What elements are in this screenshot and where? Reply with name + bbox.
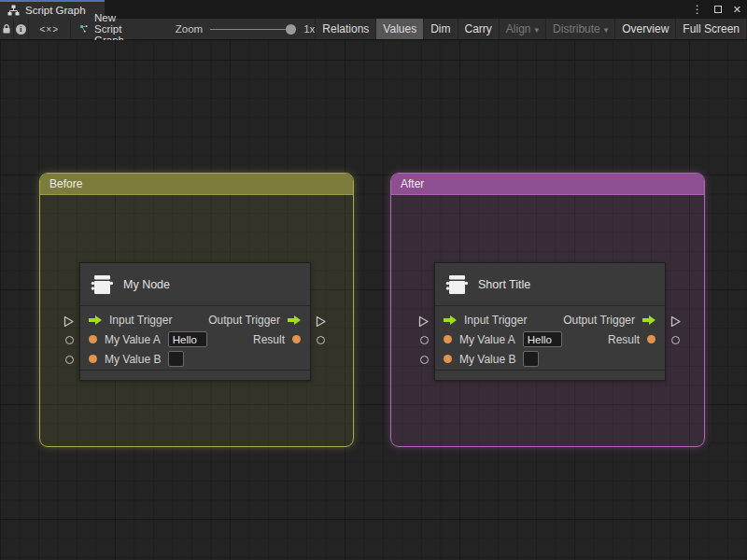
outer-flow-out-port[interactable]	[670, 315, 682, 328]
graph-canvas[interactable]: Before After My Node	[0, 40, 747, 560]
code-view-button[interactable]: <×>	[29, 19, 71, 39]
graph-hierarchy-icon	[7, 5, 20, 16]
relations-button[interactable]: Relations	[316, 19, 376, 39]
zoom-value: 1x	[303, 23, 315, 35]
node-title: Short Title	[478, 278, 530, 291]
outer-flow-out-port[interactable]	[316, 315, 327, 328]
group-before-header[interactable]: Before	[40, 174, 353, 195]
node-title: My Node	[123, 278, 170, 291]
value-b-input[interactable]	[523, 351, 539, 367]
zoom-slider-handle[interactable]	[286, 24, 296, 35]
distribute-dropdown[interactable]: Distribute ▾	[546, 19, 615, 39]
group-label: After	[401, 177, 424, 190]
window-controls: ⋮ ✕	[692, 0, 741, 19]
result-port-icon[interactable]	[647, 335, 655, 343]
value-a-port-icon[interactable]	[444, 335, 452, 343]
node-ports: Input Trigger Output Trigger My Value A	[80, 306, 310, 370]
port-label: Input Trigger	[464, 314, 527, 327]
tab-title: Script Graph	[25, 5, 86, 16]
result-port-icon[interactable]	[292, 335, 301, 343]
outer-value-a-port[interactable]	[65, 336, 74, 344]
close-icon[interactable]: ✕	[733, 5, 741, 15]
lock-icon	[2, 23, 11, 35]
value-a-port-icon[interactable]	[89, 335, 97, 343]
value-a-input[interactable]	[523, 331, 562, 347]
script-graph-window: Script Graph ⋮ ✕ i <×>	[0, 0, 747, 560]
node-short-title[interactable]: Short Title Input Trigger Output Trigger	[434, 262, 666, 381]
flow-out-port-icon[interactable]	[642, 315, 655, 325]
port-label: Result	[608, 333, 640, 346]
maximize-icon[interactable]	[714, 6, 722, 13]
flow-out-port-icon[interactable]	[288, 315, 301, 325]
values-button[interactable]: Values	[376, 19, 424, 39]
node-header[interactable]: My Node	[80, 263, 310, 306]
node-header[interactable]: Short Title	[435, 263, 665, 306]
zoom-control: Zoom 1x	[151, 19, 316, 39]
outer-flow-in-port[interactable]	[418, 315, 430, 328]
port-label: My Value B	[459, 353, 515, 366]
unit-icon	[444, 273, 469, 297]
node-footer	[80, 370, 310, 380]
port-label: My Value A	[459, 333, 515, 346]
port-label: Output Trigger	[208, 314, 280, 327]
chevron-down-icon: ▾	[604, 25, 609, 35]
code-icon: <×>	[39, 24, 59, 35]
graph-title-area: New Script Graph	[71, 19, 151, 39]
tab-script-graph[interactable]: Script Graph	[0, 0, 105, 19]
outer-value-b-port[interactable]	[65, 356, 74, 364]
group-after-header[interactable]: After	[391, 174, 704, 195]
outer-result-port[interactable]	[671, 336, 680, 344]
view-buttons: Relations Values Dim Carry Align ▾ Distr…	[315, 19, 747, 39]
group-label: Before	[49, 177, 82, 190]
port-label: My Value B	[105, 353, 161, 366]
zoom-label: Zoom	[176, 23, 203, 35]
flow-in-port-icon[interactable]	[444, 315, 457, 325]
toolbar: i <×> New Script Graph Zoom 1x Rel	[0, 19, 747, 40]
window-menu-icon[interactable]: ⋮	[692, 4, 703, 15]
zoom-slider-track	[210, 29, 296, 30]
carry-button[interactable]: Carry	[458, 19, 500, 39]
flow-in-port-icon[interactable]	[89, 315, 102, 325]
node-ports: Input Trigger Output Trigger My Value A	[435, 306, 665, 370]
port-label: Output Trigger	[563, 314, 635, 327]
lock-button[interactable]	[0, 19, 14, 39]
value-b-port-icon[interactable]	[89, 355, 97, 363]
outer-flow-in-port[interactable]	[63, 315, 75, 328]
outer-value-b-port[interactable]	[420, 356, 429, 364]
outer-result-port[interactable]	[317, 336, 325, 344]
script-graph-icon	[80, 22, 88, 35]
dim-button[interactable]: Dim	[424, 19, 458, 39]
align-dropdown[interactable]: Align ▾	[500, 19, 546, 39]
fullscreen-button[interactable]: Full Screen	[676, 19, 747, 39]
info-button[interactable]: i	[14, 19, 29, 39]
node-footer	[435, 370, 665, 380]
outer-value-a-port[interactable]	[420, 336, 429, 344]
zoom-slider[interactable]	[210, 19, 296, 40]
value-a-input[interactable]	[168, 331, 207, 347]
port-label: Result	[253, 333, 285, 346]
value-b-input[interactable]	[168, 351, 184, 367]
port-label: My Value A	[105, 333, 161, 346]
overview-button[interactable]: Overview	[615, 19, 676, 39]
chevron-down-icon: ▾	[535, 25, 540, 35]
value-b-port-icon[interactable]	[444, 355, 452, 363]
port-label: Input Trigger	[109, 314, 172, 327]
node-my-node[interactable]: My Node Input Trigger Output Trigger	[79, 262, 311, 381]
info-icon: i	[16, 24, 26, 35]
unit-icon	[90, 273, 114, 297]
